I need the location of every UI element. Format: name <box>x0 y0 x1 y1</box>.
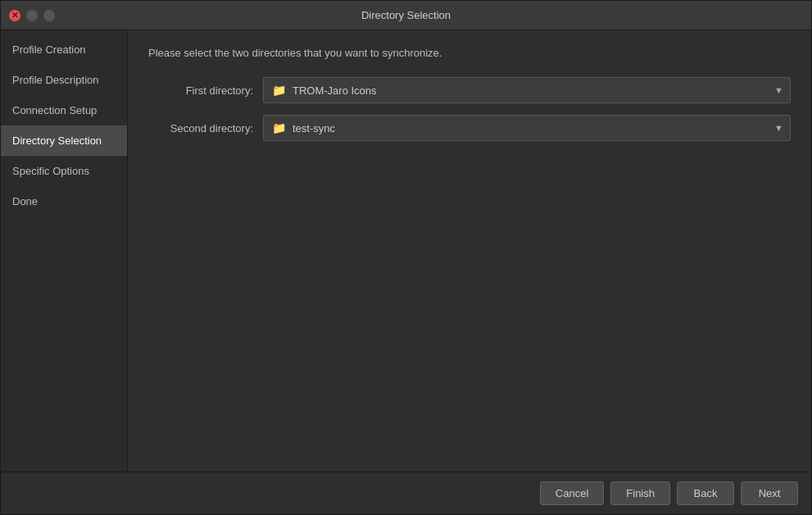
second-directory-dropdown-wrapper: 📁 test-sync ▼ <box>263 115 791 141</box>
sidebar-item-specific-options[interactable]: Specific Options <box>1 156 127 186</box>
minimize-button[interactable] <box>26 10 38 21</box>
sidebar-item-connection-setup[interactable]: Connection Setup <box>1 95 127 125</box>
folder-icon-second: 📁 <box>272 121 286 134</box>
next-button[interactable]: Next <box>741 481 798 505</box>
first-directory-row: First directory: 📁 TROM-Jaro Icons ▼ <box>148 77 791 103</box>
sidebar: Profile Creation Profile Description Con… <box>1 30 128 472</box>
sidebar-item-done[interactable]: Done <box>1 186 127 216</box>
maximize-button[interactable] <box>43 10 55 21</box>
sidebar-item-directory-selection[interactable]: Directory Selection <box>1 125 127 156</box>
second-directory-row: Second directory: 📁 test-sync ▼ <box>148 115 791 141</box>
window-title: Directory Selection <box>361 9 451 21</box>
first-directory-dropdown[interactable]: 📁 TROM-Jaro Icons ▼ <box>263 77 791 103</box>
sidebar-item-profile-description[interactable]: Profile Description <box>1 65 127 95</box>
sidebar-item-profile-creation[interactable]: Profile Creation <box>1 34 127 65</box>
main-window: ✕ Directory Selection Profile Creation P… <box>0 0 812 515</box>
close-button[interactable]: ✕ <box>9 10 20 21</box>
description-text: Please select the two directories that y… <box>148 47 791 59</box>
folder-icon-first: 📁 <box>272 84 286 97</box>
content-area: Profile Creation Profile Description Con… <box>1 30 811 472</box>
main-content: Please select the two directories that y… <box>128 30 811 472</box>
second-directory-label: Second directory: <box>148 122 263 134</box>
second-directory-value: test-sync <box>293 122 335 134</box>
back-button[interactable]: Back <box>677 481 734 505</box>
first-directory-label: First directory: <box>148 84 263 97</box>
titlebar: ✕ Directory Selection <box>1 1 811 30</box>
cancel-button[interactable]: Cancel <box>540 481 604 505</box>
second-directory-dropdown[interactable]: 📁 test-sync ▼ <box>263 115 791 141</box>
footer: Cancel Finish Back Next <box>1 472 811 514</box>
finish-button[interactable]: Finish <box>610 481 670 505</box>
first-directory-value: TROM-Jaro Icons <box>293 84 377 97</box>
first-directory-dropdown-wrapper: 📁 TROM-Jaro Icons ▼ <box>263 77 791 103</box>
window-controls: ✕ <box>9 10 55 21</box>
